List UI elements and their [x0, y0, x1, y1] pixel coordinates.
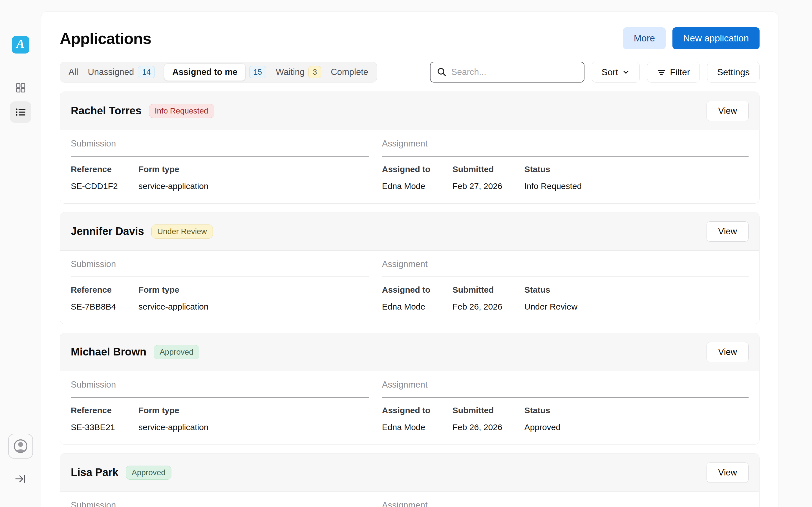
field-value: SE-33BE21 [71, 422, 139, 432]
sidebar: A [0, 0, 41, 507]
assignment-section: Assignment Assigned to Edna Mode Submitt… [382, 259, 749, 312]
field-assigned-to: Assigned to Edna Mode [382, 165, 453, 191]
field-label: Form type [139, 285, 369, 295]
search-input[interactable] [451, 67, 578, 77]
field-label: Submitted [453, 165, 524, 174]
field-status: Status Info Requested [524, 165, 749, 191]
submission-fields: Reference SE-7BB8B4 Form type service-ap… [71, 285, 369, 312]
status-badge: Info Requested [149, 104, 214, 118]
card-header: Lisa Park Approved View [60, 453, 759, 492]
sidebar-item-dashboard[interactable] [10, 77, 31, 99]
field-label: Reference [71, 285, 139, 295]
field-assigned-to: Assigned to Edna Mode [382, 406, 453, 432]
sidebar-item-applications-list[interactable] [10, 101, 31, 123]
tab-waiting[interactable]: Waiting 3 [276, 66, 321, 78]
field-label: Form type [139, 165, 369, 174]
sidebar-collapse-button[interactable] [11, 472, 31, 486]
tab-complete-label: Complete [331, 67, 368, 77]
field-submitted: Submitted Feb 26, 2026 [453, 406, 524, 432]
applicant-name: Lisa Park [71, 466, 118, 478]
field-status: Status Under Review [524, 285, 749, 312]
view-button[interactable]: View [707, 342, 749, 362]
application-card: Rachel Torres Info Requested View Submis… [60, 92, 760, 204]
tab-waiting-count-badge: 3 [308, 66, 321, 78]
field-label: Assigned to [382, 406, 453, 415]
field-value: SE-CDD1F2 [71, 181, 139, 191]
filter-button[interactable]: Filter [647, 62, 700, 82]
assignment-fields: Assigned to Edna Mode Submitted Feb 27, … [382, 165, 749, 191]
tab-bar: All Unassigned 14 Assigned to me 15 Wait… [60, 62, 377, 82]
page-header: Applications More New application [60, 27, 760, 49]
status-badge: Approved [126, 466, 171, 480]
field-label: Assigned to [382, 285, 453, 295]
toolbar: All Unassigned 14 Assigned to me 15 Wait… [60, 62, 760, 82]
field-value: Approved [524, 422, 749, 432]
submission-section-title: Submission [71, 380, 369, 398]
submission-section-title: Submission [71, 138, 369, 157]
sidebar-avatar-button[interactable] [8, 434, 33, 459]
card-body: Submission Reference SE-7BB8B4 Form type… [60, 251, 759, 324]
field-label: Status [524, 165, 749, 174]
field-label: Status [524, 406, 749, 415]
submission-fields: Reference SE-CDD1F2 Form type service-ap… [71, 165, 369, 191]
card-header: Michael Brown Approved View [60, 333, 759, 371]
card-body: Submission Reference SE-CDD1F2 Form type… [60, 130, 759, 203]
arrow-to-line-icon [14, 472, 27, 485]
submission-section: Submission Reference SE-33BE21 Form type… [71, 380, 369, 432]
tab-all-label: All [68, 67, 78, 77]
application-card-list: Rachel Torres Info Requested View Submis… [60, 92, 760, 507]
submission-section: Submission Reference SE-CDD1F2 Form type… [71, 138, 369, 191]
field-value: service-application [139, 181, 369, 191]
field-value: Feb 26, 2026 [453, 302, 524, 312]
card-body: Submission Assignment [60, 492, 759, 507]
settings-button-label: Settings [717, 67, 750, 77]
assignment-section: Assignment Assigned to Edna Mode Submitt… [382, 138, 749, 191]
view-button[interactable]: View [707, 462, 749, 483]
view-button[interactable]: View [707, 221, 749, 242]
view-button[interactable]: View [707, 101, 749, 121]
main-panel: Applications More New application All Un… [41, 11, 778, 507]
search-box[interactable] [430, 62, 585, 82]
tab-assigned-to-me-label: Assigned to me [164, 64, 245, 80]
application-card: Michael Brown Approved View Submission R… [60, 333, 760, 445]
assignment-fields: Assigned to Edna Mode Submitted Feb 26, … [382, 285, 749, 312]
card-header: Jennifer Davis Under Review View [60, 212, 759, 251]
app-logo[interactable]: A [12, 36, 29, 54]
submission-section-title: Submission [71, 259, 369, 277]
field-label: Reference [71, 406, 139, 415]
field-value: Edna Mode [382, 422, 453, 432]
applicant-name: Rachel Torres [71, 105, 142, 117]
search-icon [437, 67, 447, 77]
app-logo-letter: A [16, 38, 24, 50]
assignment-section-title: Assignment [382, 380, 749, 398]
assignment-section: Assignment Assigned to Edna Mode Submitt… [382, 380, 749, 432]
new-application-button[interactable]: New application [672, 27, 760, 49]
assignment-section-title: Assignment [382, 500, 749, 507]
sort-button[interactable]: Sort [592, 62, 640, 82]
grid-icon [15, 82, 27, 94]
assignment-fields: Assigned to Edna Mode Submitted Feb 26, … [382, 406, 749, 432]
settings-button[interactable]: Settings [707, 62, 760, 82]
tab-complete[interactable]: Complete [331, 67, 368, 77]
field-form-type: Form type service-application [139, 406, 369, 432]
field-submitted: Submitted Feb 27, 2026 [453, 165, 524, 191]
sort-button-label: Sort [602, 67, 618, 77]
tab-assigned-to-me[interactable]: Assigned to me 15 [164, 64, 266, 80]
filter-lines-icon [657, 68, 666, 76]
field-reference: Reference SE-CDD1F2 [71, 165, 139, 191]
field-value: service-application [139, 422, 369, 432]
tab-unassigned[interactable]: Unassigned 14 [88, 66, 155, 78]
field-reference: Reference SE-7BB8B4 [71, 285, 139, 312]
field-form-type: Form type service-application [139, 285, 369, 312]
tab-waiting-label: Waiting [276, 67, 305, 77]
applicant-name: Michael Brown [71, 346, 146, 358]
tab-assigned-to-me-count-badge: 15 [249, 66, 266, 78]
tab-all[interactable]: All [68, 67, 78, 77]
submission-section: Submission [71, 500, 369, 507]
more-button[interactable]: More [623, 27, 666, 49]
application-card: Lisa Park Approved View Submission Assig… [60, 453, 760, 507]
field-label: Form type [139, 406, 369, 415]
filter-button-label: Filter [670, 67, 690, 77]
tab-unassigned-label: Unassigned [88, 67, 134, 77]
page-title: Applications [60, 29, 151, 48]
